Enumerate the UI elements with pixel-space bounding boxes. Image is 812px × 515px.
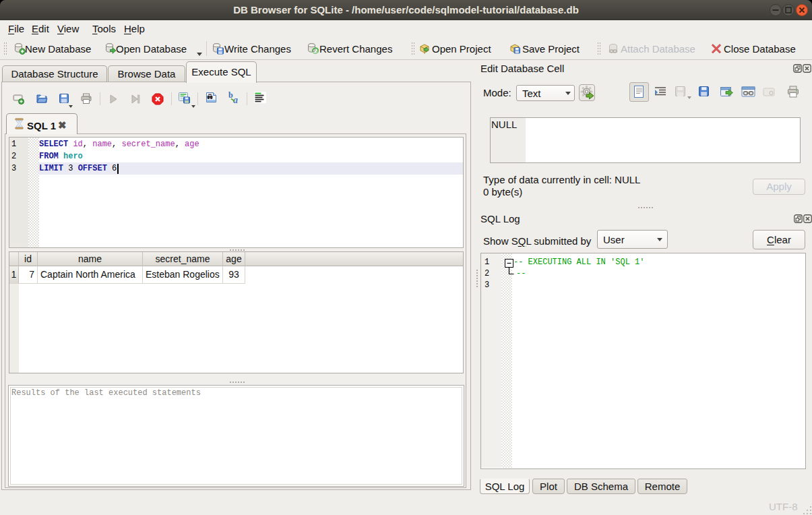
svg-text:b: b bbox=[228, 92, 233, 100]
svg-text:a: a bbox=[233, 95, 238, 104]
